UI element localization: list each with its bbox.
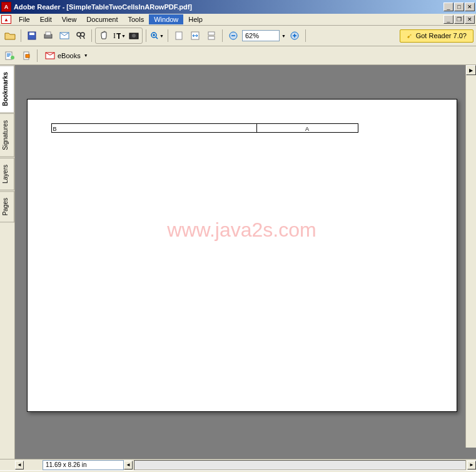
svg-point-19 <box>11 56 14 59</box>
chevron-down-icon: ▼ <box>84 53 88 58</box>
menu-file[interactable]: File <box>14 14 35 24</box>
tab-layers[interactable]: Layers <box>0 158 14 190</box>
hscroll-track[interactable] <box>134 460 466 470</box>
doc-minimize-button[interactable]: _ <box>443 15 453 24</box>
fit-width-button[interactable] <box>188 29 203 43</box>
tab-signatures[interactable]: Signatures <box>0 113 14 157</box>
doc-restore-button[interactable]: ❐ <box>454 15 464 24</box>
email-button[interactable] <box>57 29 72 43</box>
review-button[interactable] <box>3 49 18 63</box>
hscroll-track-left-icon[interactable]: ◄ <box>124 461 133 469</box>
search-button[interactable] <box>73 29 88 43</box>
secondary-toolbar: eBooks ▼ <box>0 46 476 65</box>
close-button[interactable]: ✕ <box>465 3 475 11</box>
arrow-icon: ➹ <box>407 32 412 40</box>
tab-pages[interactable]: Pages <box>0 191 14 222</box>
maximize-button[interactable]: □ <box>454 3 464 11</box>
svg-point-5 <box>77 33 81 36</box>
svg-point-6 <box>81 33 84 36</box>
svg-rect-12 <box>176 32 182 39</box>
tab-bookmarks[interactable]: Bookmarks <box>0 65 14 113</box>
table-cell-a: A <box>256 124 358 133</box>
menu-bar: ▲ File Edit View Document Tools Window H… <box>0 14 476 26</box>
minimize-button[interactable]: _ <box>443 3 453 11</box>
pdf-page: B A www.java2s.com <box>27 99 457 412</box>
snapshot-button[interactable] <box>126 29 141 43</box>
svg-point-10 <box>132 34 136 38</box>
zoom-plus-button[interactable] <box>287 29 302 43</box>
open-button[interactable] <box>3 29 18 43</box>
menu-window[interactable]: Window <box>149 14 183 24</box>
menu-view[interactable]: View <box>57 14 82 24</box>
content-area: Bookmarks Signatures Layers Pages B A ww… <box>0 65 476 459</box>
svg-rect-3 <box>46 32 51 35</box>
window-title: Adobe Reader - [SimpleTableTwoCellsInARo… <box>14 3 443 11</box>
ebooks-button[interactable]: eBooks ▼ <box>41 49 93 62</box>
zoom-input[interactable] <box>242 30 280 41</box>
hand-tool-button[interactable] <box>96 29 111 43</box>
title-bar: A Adobe Reader - [SimpleTableTwoCellsInA… <box>0 0 476 14</box>
app-icon: A <box>1 2 11 12</box>
hscroll-left-icon[interactable]: ◄ <box>15 461 24 469</box>
ebooks-icon <box>45 51 55 60</box>
svg-rect-15 <box>208 36 215 39</box>
scroll-right-icon[interactable]: ▶ <box>466 65 476 75</box>
hscroll-row: ◄ 11.69 x 8.26 in ◄ ► <box>0 459 476 470</box>
secure-button[interactable] <box>19 49 34 63</box>
print-button[interactable] <box>41 29 56 43</box>
svg-rect-1 <box>29 33 34 35</box>
document-viewer[interactable]: B A www.java2s.com ▶ <box>15 65 476 459</box>
main-toolbar: IT▼ ▼ ▼ ➹ Got Reader 7.0? <box>0 26 476 46</box>
side-tabs: Bookmarks Signatures Layers Pages <box>0 65 15 459</box>
menu-document[interactable]: Document <box>81 14 123 24</box>
svg-rect-21 <box>26 54 29 58</box>
menu-edit[interactable]: Edit <box>35 14 57 24</box>
svg-text:I: I <box>113 31 116 40</box>
table-cell-b: B <box>51 124 256 133</box>
document-icon: ▲ <box>1 15 11 24</box>
svg-rect-14 <box>208 32 215 35</box>
doc-close-button[interactable]: ✕ <box>465 15 475 24</box>
watermark: www.java2s.com <box>167 218 316 242</box>
zoom-in-button[interactable]: ▼ <box>149 29 165 43</box>
save-button[interactable] <box>24 29 39 43</box>
text-select-button[interactable]: IT▼ <box>111 29 126 43</box>
menu-help[interactable]: Help <box>183 14 208 24</box>
zoom-dropdown-icon[interactable]: ▼ <box>281 34 286 38</box>
continuous-button[interactable] <box>204 29 219 43</box>
fit-page-button[interactable] <box>171 29 186 43</box>
pdf-content-table: B A <box>51 123 358 133</box>
zoom-out-button[interactable] <box>226 29 241 43</box>
vertical-scrollbar[interactable]: ▶ <box>465 65 476 448</box>
svg-text:T: T <box>116 31 121 41</box>
hscroll-track-right-icon[interactable]: ► <box>467 461 476 469</box>
page-dimensions: 11.69 x 8.26 in <box>43 460 124 470</box>
menu-tools[interactable]: Tools <box>123 14 149 24</box>
promo-button[interactable]: ➹ Got Reader 7.0? <box>400 29 473 43</box>
